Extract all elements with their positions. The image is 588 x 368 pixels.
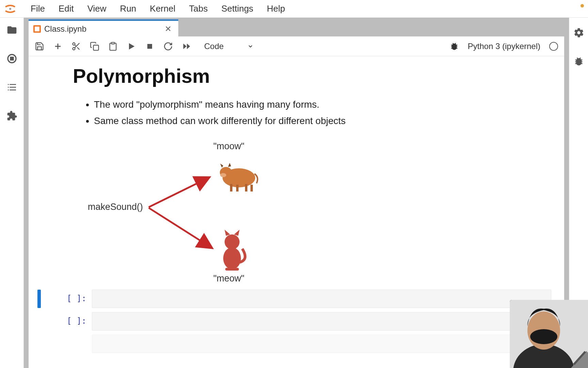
jupyter-logo-icon[interactable] — [3, 1, 18, 16]
svg-rect-25 — [250, 185, 253, 191]
kernel-status-icon[interactable] — [549, 42, 558, 51]
heading: Polymorphism — [73, 64, 554, 87]
svg-rect-10 — [94, 45, 99, 50]
cell-gutter — [37, 312, 41, 331]
property-inspector-icon[interactable] — [573, 27, 584, 38]
bullet-item: Same class method can work differently f… — [94, 114, 554, 128]
stop-icon[interactable] — [145, 42, 154, 51]
code-cell[interactable]: [ ]: — [37, 312, 551, 331]
cell-type-label: Code — [204, 42, 224, 51]
svg-point-34 — [530, 329, 557, 344]
svg-line-8 — [77, 47, 79, 49]
paste-icon[interactable] — [108, 42, 118, 51]
cat-image — [215, 229, 249, 272]
diagram-cow-sound: "moow" — [213, 141, 244, 152]
cell-type-select[interactable]: Code — [204, 42, 254, 51]
menu-file[interactable]: File — [24, 1, 52, 17]
svg-marker-14 — [183, 43, 186, 49]
svg-marker-12 — [129, 43, 134, 49]
svg-line-9 — [75, 45, 76, 46]
svg-rect-22 — [230, 184, 232, 191]
add-cell-icon[interactable] — [53, 42, 63, 51]
notebook-area[interactable]: Polymorphism The word "polymorphism" mea… — [29, 56, 564, 368]
notebook-toolbar: Code Python 3 (ipykernel) — [29, 36, 564, 56]
svg-rect-11 — [111, 42, 114, 44]
tab-notebook[interactable]: Class.ipynb ✕ — [29, 19, 178, 36]
restart-icon[interactable] — [163, 42, 173, 51]
left-sidebar — [0, 18, 24, 368]
markdown-cell[interactable]: Polymorphism The word "polymorphism" mea… — [29, 61, 564, 286]
tab-label: Class.ipynb — [44, 24, 159, 34]
chevron-down-icon — [247, 43, 254, 49]
kernel-name[interactable]: Python 3 (ipykernel) — [468, 42, 540, 51]
save-icon[interactable] — [35, 42, 44, 51]
svg-rect-30 — [225, 268, 239, 271]
toc-icon[interactable] — [6, 82, 17, 93]
svg-point-27 — [225, 234, 240, 249]
menu-view[interactable]: View — [81, 1, 113, 17]
fast-forward-icon[interactable] — [182, 42, 191, 51]
run-icon[interactable] — [127, 42, 136, 51]
close-icon[interactable]: ✕ — [163, 24, 174, 34]
svg-point-0 — [9, 8, 11, 10]
svg-marker-29 — [234, 230, 240, 236]
debugger-icon[interactable] — [450, 42, 459, 51]
menu-edit[interactable]: Edit — [52, 1, 81, 17]
bullet-list: The word "polymorphism" means having man… — [94, 97, 554, 128]
notebook-icon — [33, 25, 41, 33]
svg-line-17 — [149, 178, 208, 207]
bullet-item: The word "polymorphism" means having man… — [94, 97, 554, 112]
menubar: File Edit View Run Kernel Tabs Settings … — [0, 0, 588, 18]
svg-point-21 — [220, 173, 226, 177]
code-cell[interactable]: [ ]: — [37, 290, 551, 308]
code-input[interactable] — [92, 335, 551, 353]
debug-panel-icon[interactable] — [573, 56, 584, 67]
svg-marker-28 — [225, 230, 230, 236]
presenter-webcam — [510, 300, 588, 368]
folder-icon[interactable] — [6, 25, 17, 35]
svg-rect-23 — [236, 185, 239, 191]
cell-prompt: [ ]: — [41, 312, 92, 331]
status-dot-icon — [581, 4, 584, 7]
menu-run[interactable]: Run — [113, 1, 143, 17]
menu-settings[interactable]: Settings — [214, 1, 260, 17]
cell-prompt — [41, 335, 92, 353]
cell-prompt: [ ]: — [41, 290, 92, 308]
running-terminals-icon[interactable] — [6, 53, 17, 64]
cow-image — [212, 157, 263, 194]
cell-gutter — [37, 335, 41, 353]
svg-rect-13 — [147, 44, 152, 49]
menu-kernel[interactable]: Kernel — [143, 1, 182, 17]
code-input[interactable] — [92, 312, 551, 331]
svg-line-18 — [149, 208, 211, 247]
svg-point-5 — [73, 43, 75, 45]
cut-icon[interactable] — [71, 42, 81, 51]
code-cell[interactable] — [37, 335, 551, 353]
svg-point-26 — [223, 247, 241, 269]
copy-icon[interactable] — [90, 42, 99, 51]
svg-rect-24 — [245, 184, 247, 191]
tabstrip: Class.ipynb ✕ — [24, 18, 569, 36]
svg-marker-15 — [187, 43, 190, 49]
diagram-cat-sound: "meow" — [213, 273, 244, 284]
code-input[interactable] — [92, 290, 551, 308]
menu-tabs[interactable]: Tabs — [182, 1, 214, 17]
svg-rect-2 — [11, 57, 13, 60]
cell-gutter — [37, 290, 41, 308]
svg-point-6 — [73, 47, 75, 50]
polymorphism-diagram: makeSound() "moow" "meow" — [82, 140, 300, 283]
menu-help[interactable]: Help — [260, 1, 292, 17]
extensions-icon[interactable] — [6, 110, 17, 121]
diagram-method-label: makeSound() — [88, 202, 143, 212]
